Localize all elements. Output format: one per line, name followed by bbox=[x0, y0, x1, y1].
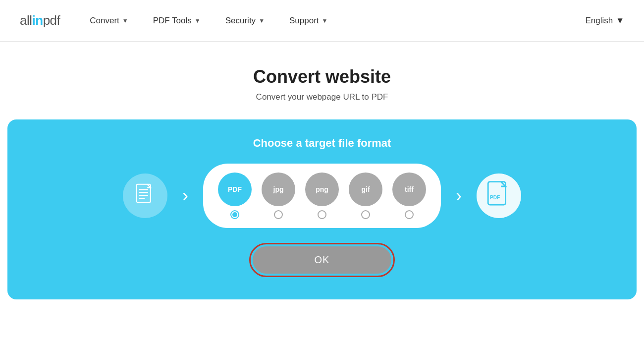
format-radio-jpg bbox=[274, 210, 283, 219]
format-circle-jpg: jpg bbox=[262, 173, 295, 206]
format-radio-tiff bbox=[405, 210, 414, 219]
source-icon bbox=[123, 174, 167, 218]
nav-pdf-tools-label: PDF Tools bbox=[153, 16, 192, 26]
language-selector[interactable]: English ▼ bbox=[585, 16, 624, 26]
header: allinpdf Convert ▼ PDF Tools ▼ Security … bbox=[0, 0, 644, 42]
format-option-jpg[interactable]: jpg bbox=[262, 173, 295, 219]
ok-button-wrapper: OK bbox=[249, 243, 395, 277]
page-title: Convert website bbox=[253, 66, 391, 87]
format-circle-tiff: tiff bbox=[392, 173, 426, 206]
target-icon: PDF bbox=[477, 174, 521, 218]
nav-convert[interactable]: Convert ▼ bbox=[90, 16, 128, 26]
panel-title: Choose a target file format bbox=[253, 137, 391, 150]
chevron-down-icon: ▼ bbox=[616, 16, 624, 26]
svg-rect-0 bbox=[137, 184, 151, 203]
main-content: Convert website Convert your webpage URL… bbox=[0, 42, 644, 299]
format-radio-pdf bbox=[230, 210, 239, 219]
chevron-down-icon: ▼ bbox=[322, 17, 328, 24]
nav-security-label: Security bbox=[225, 16, 256, 26]
format-radio-gif bbox=[361, 210, 370, 219]
logo-text: allinpdf bbox=[20, 13, 60, 28]
format-option-pdf[interactable]: PDF bbox=[218, 173, 252, 219]
format-panel: Choose a target file format › bbox=[7, 119, 637, 299]
nav-support[interactable]: Support ▼ bbox=[289, 16, 327, 26]
ok-button[interactable]: OK bbox=[253, 246, 391, 274]
format-circle-gif: gif bbox=[349, 173, 382, 206]
format-option-tiff[interactable]: tiff bbox=[392, 173, 426, 219]
arrow-icon: › bbox=[182, 185, 188, 206]
svg-rect-5 bbox=[488, 181, 505, 204]
nav-support-label: Support bbox=[289, 16, 319, 26]
logo[interactable]: allinpdf bbox=[20, 13, 60, 28]
format-option-gif[interactable]: gif bbox=[349, 173, 382, 219]
format-radio-png bbox=[318, 210, 326, 219]
chevron-down-icon: ▼ bbox=[259, 17, 265, 24]
format-circle-png: png bbox=[305, 173, 339, 206]
arrow-icon-2: › bbox=[456, 185, 462, 206]
nav-security[interactable]: Security ▼ bbox=[225, 16, 265, 26]
language-label: English bbox=[585, 16, 613, 26]
svg-text:PDF: PDF bbox=[489, 195, 499, 200]
nav-convert-label: Convert bbox=[90, 16, 119, 26]
format-selector: PDF jpg png bbox=[203, 164, 441, 228]
format-option-png[interactable]: png bbox=[305, 173, 339, 219]
nav-pdf-tools[interactable]: PDF Tools ▼ bbox=[153, 16, 201, 26]
format-row: › PDF jpg bbox=[123, 164, 521, 228]
chevron-down-icon: ▼ bbox=[122, 17, 128, 24]
nav: Convert ▼ PDF Tools ▼ Security ▼ Support… bbox=[90, 16, 585, 26]
format-circle-pdf: PDF bbox=[218, 173, 252, 206]
chevron-down-icon: ▼ bbox=[195, 17, 201, 24]
page-subtitle: Convert your webpage URL to PDF bbox=[256, 92, 388, 102]
